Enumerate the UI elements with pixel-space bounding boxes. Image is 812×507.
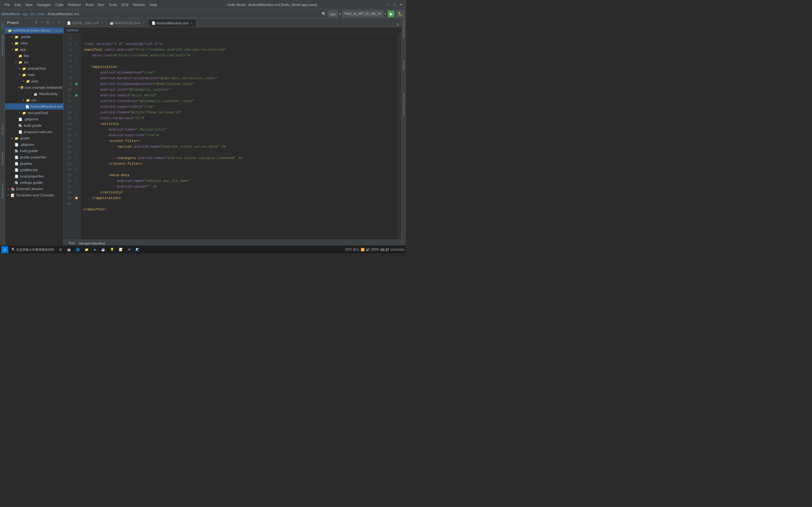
menu-code[interactable]: Code (53, 2, 65, 7)
gutter-24[interactable]: ▾ (74, 167, 79, 172)
code-editor[interactable]: <?xml version="1.0" encoding="utf-8"?> <… (81, 34, 397, 239)
menu-view[interactable]: View (23, 2, 35, 7)
tree-item-manifest[interactable]: 📄 AndroidManifest.xml (5, 103, 63, 110)
tab-mainactivity[interactable]: ☕ MainActivity.java ✕ (107, 19, 148, 27)
tree-item-package[interactable]: ▾ 📦 com.example.helloworld (5, 84, 63, 91)
taskbar-sound-icon[interactable]: 🔊 (366, 248, 369, 251)
gutter-15[interactable]: ▾ (74, 115, 79, 121)
fold-5[interactable]: ▾ (76, 58, 77, 64)
fold-18[interactable]: ▾ (76, 132, 77, 138)
taskbar-search[interactable]: 🔍 在这里输入你要搜索的内容 (9, 247, 56, 252)
breadcrumb-file[interactable]: AndroidManifest.xml (47, 12, 79, 16)
taskbar-edge[interactable]: 🌊 (134, 247, 141, 252)
nav-dropdown-icon[interactable]: ▾ (339, 12, 341, 16)
close-button[interactable]: ✕ (398, 2, 403, 7)
menu-file[interactable]: File (3, 2, 12, 7)
nav-search-icon[interactable]: 🔍 (322, 12, 326, 16)
tree-item-gradle-properties[interactable]: 📄 gradle.properties (5, 154, 63, 160)
device-selector[interactable]: Pixel_3a_API_33_x86_64 (342, 10, 383, 17)
tree-item-androidtest[interactable]: ▸ 📁 androidTest (5, 65, 63, 72)
fold-24[interactable]: ▾ (76, 167, 77, 172)
menu-run[interactable]: Run (96, 2, 106, 7)
expand-icon[interactable]: ↕ (51, 20, 56, 25)
menu-refactor[interactable]: Refactor (66, 2, 83, 7)
gear-icon[interactable]: ⚙ (45, 20, 50, 25)
fold-15[interactable]: ▾ (76, 115, 77, 121)
tree-item-libs[interactable]: 📁 libs (5, 53, 63, 59)
menu-vcs[interactable]: VCS (119, 2, 131, 7)
fold-2[interactable]: ▾ (76, 41, 77, 47)
fold-26[interactable]: ▾ (76, 178, 77, 184)
emulator-panel[interactable]: Emulator (403, 58, 405, 72)
gutter-5[interactable]: ▾ (74, 58, 79, 64)
panel-header-icons[interactable]: ⚙ ≡ ⚙ ↕ ✕ (34, 20, 61, 25)
tree-item-test[interactable]: ▸ 📁 test [unitTest] (5, 110, 63, 116)
resource-manager-toggle[interactable]: Resource Manager (0, 33, 4, 58)
menu-build[interactable]: Build (84, 2, 95, 7)
taskbar-explorer[interactable]: 📁 (83, 247, 90, 252)
taskbar-android-studio[interactable]: 🤖 (65, 247, 72, 252)
fold-22[interactable]: ▾ (76, 155, 77, 161)
tree-item-mainactivity[interactable]: ☕ MainActivity (5, 91, 63, 97)
tree-item-buildgradle-app[interactable]: 🐘 build.gradle (5, 122, 63, 129)
tab-activity-main[interactable]: 📄 activity_main.xml ✕ (64, 19, 107, 27)
tree-item-local-properties[interactable]: 📄 local.properties (5, 173, 63, 179)
menu-bar[interactable]: File Edit View Navigate Code Refactor Bu… (3, 2, 159, 7)
taskbar-vscode[interactable]: ◈ (92, 247, 98, 252)
tree-item-idea[interactable]: ▸ 📁 .idea (5, 40, 63, 46)
tree-item-external-libs[interactable]: ▸ 📚 External Libraries (5, 186, 63, 192)
tree-item-gitignore-app[interactable]: 📄 .gitignore (5, 116, 63, 122)
menu-window[interactable]: Window (131, 2, 147, 7)
minimize-button[interactable]: ─ (386, 2, 391, 7)
menu-navigate[interactable]: Navigate (35, 2, 52, 7)
taskbar-java[interactable]: ☕ (99, 247, 107, 252)
gutter-26[interactable]: ▾ (74, 178, 79, 184)
tree-item-res[interactable]: ▸ 📁 res (5, 97, 63, 103)
windows-start-button[interactable]: ⊞ (1, 246, 8, 253)
breadcrumb-project[interactable]: HelloWorld (1, 12, 20, 16)
maximize-button[interactable]: □ (392, 2, 397, 7)
run-button[interactable]: ▶ (388, 10, 395, 17)
tree-item-gradlew-bat[interactable]: 📄 gradlew.bat (5, 167, 63, 173)
taskbar-mail[interactable]: ✉ (126, 247, 132, 252)
debug-button[interactable]: 🐛 (396, 10, 405, 17)
breadcrumb-src[interactable]: src (31, 12, 35, 16)
tree-item-gradlew[interactable]: 📄 gradlew (5, 160, 63, 167)
tree-item-buildgradle-root[interactable]: 🐘 build.gradle (5, 148, 63, 154)
tree-item-settings-gradle[interactable]: 🐘 settings.gradle (5, 179, 63, 186)
tree-item-gitignore-root[interactable]: 📄 .gitignore (5, 141, 63, 148)
menu-help[interactable]: Help (148, 2, 159, 7)
app-config-button[interactable]: app (328, 10, 338, 17)
tab-mainactivity-close[interactable]: ✕ (142, 21, 145, 24)
device-dropdown-icon[interactable]: ▾ (385, 12, 386, 16)
tab-manifest-close[interactable]: ✕ (190, 21, 193, 25)
tree-item-app[interactable]: ▾ 📁 app (5, 46, 63, 53)
structure-toggle[interactable]: Structure (0, 123, 4, 136)
tree-item-root[interactable]: ▾ 📁 HelloWorld [Hello World] D:\android.… (5, 27, 63, 34)
window-controls[interactable]: ─ □ ✕ (386, 2, 403, 7)
taskbar-task-view[interactable]: ⊟ (57, 247, 64, 252)
gutter-22[interactable]: ▾ (74, 155, 79, 161)
sync-icon[interactable]: ⚙ (34, 20, 39, 25)
bookmarks-toggle[interactable]: Bookmarks (0, 151, 4, 167)
tree-item-gradle[interactable]: ▸ 📁 gradle (5, 135, 63, 141)
tab-settings-icon[interactable]: ⚙ (395, 22, 400, 27)
tree-item-java[interactable]: ▾ 📁 java (5, 78, 63, 84)
gutter-2[interactable]: ▾ (74, 41, 79, 47)
taskbar-chrome[interactable]: 🌐 (74, 247, 82, 252)
menu-edit[interactable]: Edit (13, 2, 22, 7)
breadcrumb-main[interactable]: main (38, 12, 45, 16)
breadcrumb-app[interactable]: app (22, 12, 28, 16)
tree-item-proguard[interactable]: 📄 proguard-rules.pro (5, 129, 63, 135)
menu-tools[interactable]: Tools (107, 2, 119, 7)
tree-item-src[interactable]: ▾ 📁 src (5, 59, 63, 65)
sort-icon[interactable]: ≡ (39, 20, 44, 25)
device-file-explorer-panel[interactable]: Device File Explorer (403, 91, 405, 118)
tree-item-main[interactable]: ▾ 📁 main (5, 72, 63, 78)
taskbar-idea[interactable]: 💡 (108, 247, 116, 252)
tab-activity-main-close[interactable]: ✕ (101, 21, 103, 24)
tree-item-scratches[interactable]: ▸ 📝 Scratches and Consoles (5, 192, 63, 199)
tree-item-gradle-hidden[interactable]: ▸ 📁 .gradle (5, 34, 63, 40)
project-panel-toggle[interactable]: Project (0, 20, 4, 32)
build-variants-toggle[interactable]: Build Variants (0, 181, 4, 200)
